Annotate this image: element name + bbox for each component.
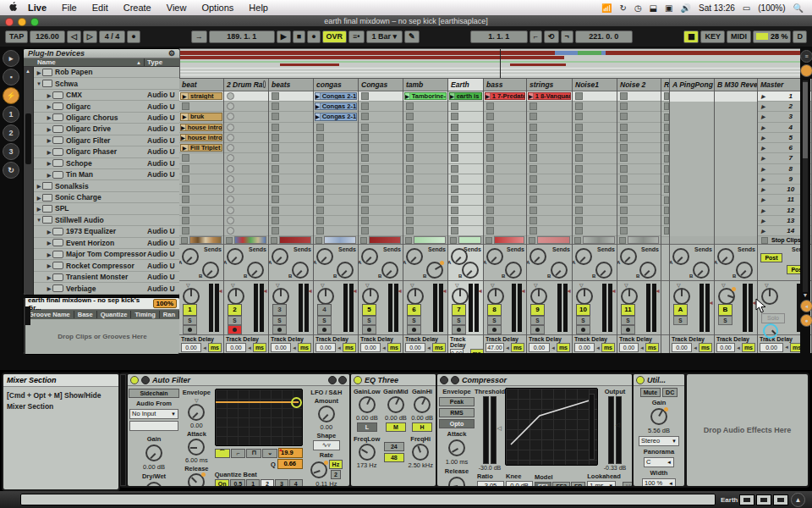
clip-slot[interactable] — [484, 133, 526, 143]
clip-slot[interactable] — [224, 112, 268, 122]
delay-unit-button[interactable]: ms — [253, 343, 266, 352]
clip-stop-button[interactable] — [486, 113, 494, 120]
device-on-icon[interactable] — [354, 376, 362, 384]
clip-slot[interactable] — [359, 133, 403, 143]
nudge-down-button[interactable]: ◁ — [67, 30, 81, 43]
band-gain-value[interactable]: 0.00 dB — [356, 414, 378, 422]
clip-stop-button[interactable] — [451, 165, 458, 173]
clip-stop-button[interactable] — [529, 175, 537, 183]
clip-slot[interactable] — [484, 174, 526, 185]
clip-stop-button[interactable] — [451, 175, 458, 183]
volume-fader[interactable] — [557, 284, 562, 332]
clip-slot[interactable] — [715, 143, 757, 153]
mute-button[interactable]: Mute — [640, 388, 661, 397]
clip-slot[interactable]: ▶Congas 2-11 — [314, 102, 358, 112]
scroll-down-icon[interactable]: ▼ — [800, 292, 810, 298]
clip-stop-button[interactable] — [182, 175, 189, 183]
quantize-3-button[interactable]: 3 — [275, 479, 288, 486]
send-b-knob[interactable]: B — [595, 262, 612, 279]
expand-icon[interactable]: ▶ — [46, 92, 52, 98]
scene-play-icon[interactable]: ▶ — [761, 166, 765, 172]
clip-stop-button[interactable] — [451, 154, 458, 162]
clip-slot[interactable] — [617, 112, 661, 122]
menu-item-options[interactable]: Options — [194, 3, 241, 13]
clip-stop-button[interactable] — [361, 134, 369, 141]
release-knob[interactable] — [448, 477, 465, 486]
collapse-icon[interactable]: ▼ — [36, 218, 42, 223]
browser-row[interactable]: ▶Rocket CompressorAudio U — [34, 260, 179, 271]
clip-play-icon[interactable]: ▶ — [181, 93, 189, 99]
volume-fader[interactable] — [512, 284, 516, 332]
browser-row[interactable]: ▼Schwa — [34, 78, 179, 89]
loop-start-field[interactable]: 1. 1. 1 — [470, 30, 528, 43]
arm-button[interactable] — [183, 325, 197, 334]
gear-icon[interactable]: ⚙ — [168, 49, 175, 58]
clip-stop-button[interactable] — [316, 227, 324, 235]
band-gain-knob[interactable] — [359, 396, 376, 413]
delay-unit-button[interactable]: ms — [208, 343, 222, 352]
fold-device-icon[interactable] — [451, 376, 459, 384]
clip-stop-button[interactable] — [360, 237, 367, 244]
clip-stop-button[interactable] — [361, 154, 369, 162]
clip-stop-button[interactable] — [620, 196, 628, 203]
clip-slot[interactable] — [269, 112, 313, 122]
scene-play-icon[interactable]: ▶ — [761, 103, 765, 109]
clip-stop-button[interactable] — [664, 185, 669, 193]
clip-slot[interactable] — [448, 143, 483, 153]
track-delay-value[interactable]: 47.00 — [486, 343, 504, 352]
clip-slot[interactable] — [670, 164, 714, 174]
collapse-icon[interactable]: ▼ — [36, 81, 42, 86]
clip-slot[interactable] — [314, 185, 358, 195]
clip-slot[interactable] — [484, 143, 526, 153]
track-header[interactable]: 2 Drum Ra — [224, 79, 268, 91]
clip-stop-button[interactable] — [620, 165, 628, 173]
clip-slot[interactable] — [359, 195, 403, 205]
clip-slot[interactable] — [573, 133, 617, 143]
fold-device-icon[interactable] — [141, 376, 150, 384]
clip-slot[interactable] — [403, 195, 447, 205]
clip-play-icon[interactable]: ▶ — [181, 135, 186, 141]
clip-stop-button[interactable] — [620, 217, 628, 224]
fader-handle[interactable]: ◄ — [566, 288, 572, 294]
scene-play-icon[interactable]: ▶ — [761, 207, 765, 213]
live-devices-button[interactable]: ▪ — [3, 69, 19, 86]
menu-item-live[interactable]: Live — [20, 3, 54, 13]
clip-stop-button[interactable] — [664, 155, 669, 163]
clip-stop-button[interactable] — [272, 134, 279, 141]
send-a-knob[interactable]: A — [672, 248, 689, 265]
clip-stop-button[interactable] — [182, 185, 189, 193]
clip-stop-button[interactable] — [361, 227, 369, 235]
clip-stop-button[interactable] — [486, 154, 494, 162]
hot-swap-button[interactable]: ↻ — [3, 162, 19, 179]
clip-stop-button[interactable] — [272, 124, 279, 131]
clip-stop-button[interactable] — [575, 217, 583, 224]
clip-slot[interactable] — [359, 143, 403, 153]
clip-stop-button[interactable] — [316, 134, 324, 141]
clip-stop-button[interactable] — [620, 207, 628, 214]
track-activator[interactable]: 2 — [228, 304, 242, 316]
browser-row[interactable]: ▶SchopeAudio U — [34, 158, 179, 169]
groove-column-timing[interactable]: Timing — [131, 311, 159, 318]
browser-row[interactable]: ▶Sonic Charge — [34, 192, 179, 203]
plugin-browser-button[interactable]: ⚡ — [3, 87, 19, 104]
send-b-knob[interactable]: B — [202, 262, 219, 279]
audio-from-channel-select[interactable] — [129, 421, 178, 431]
clip-slot[interactable] — [573, 143, 617, 153]
highpass-icon[interactable]: ⌐ — [231, 449, 246, 458]
clip-stop-button[interactable] — [664, 134, 669, 141]
clip-stop-button[interactable] — [575, 165, 583, 173]
clip-slot[interactable] — [269, 164, 313, 174]
clip-slot[interactable] — [359, 112, 403, 122]
clip-slot[interactable] — [224, 153, 268, 163]
menu-item-help[interactable]: Help — [241, 3, 276, 13]
solo-button[interactable]: S — [487, 316, 502, 325]
arm-button[interactable] — [317, 325, 332, 334]
clip-slot[interactable] — [715, 102, 757, 112]
knee-value[interactable]: 0.0 dB — [506, 481, 533, 486]
clip-slot[interactable] — [179, 185, 223, 195]
computer-midi-keyboard-button[interactable]: ▦ — [683, 30, 700, 43]
clip-slot[interactable] — [448, 185, 483, 195]
clip-slot[interactable] — [403, 102, 447, 112]
expand-icon[interactable]: ▶ — [46, 126, 52, 132]
track-header[interactable]: B M30 Rever — [715, 79, 757, 91]
